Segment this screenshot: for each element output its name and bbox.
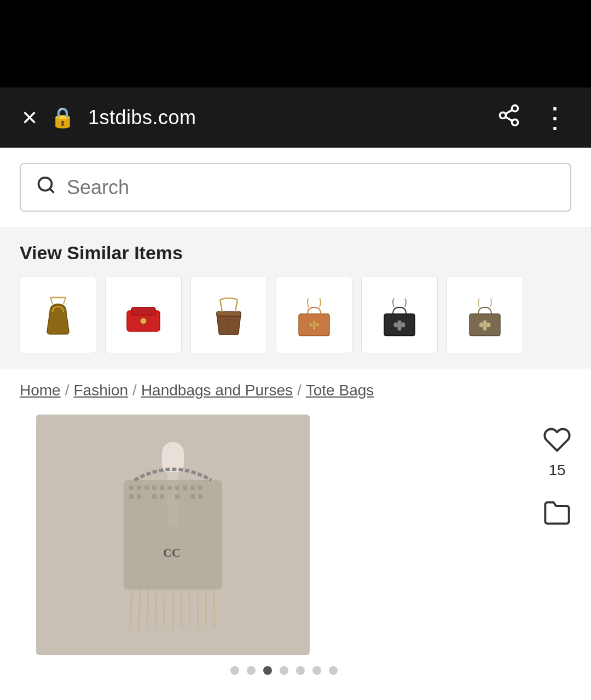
svg-rect-33 [167, 486, 172, 490]
svg-line-3 [506, 116, 513, 120]
image-dots [36, 655, 532, 680]
svg-line-49 [164, 590, 165, 626]
breadcrumb-handbags[interactable]: Handbags and Purses [141, 382, 293, 399]
svg-rect-43 [190, 494, 195, 499]
svg-rect-24 [483, 320, 486, 330]
like-button[interactable]: 15 [543, 425, 571, 479]
svg-line-4 [506, 109, 513, 113]
similar-item-6[interactable] [447, 277, 523, 353]
svg-rect-32 [160, 486, 164, 490]
svg-rect-38 [129, 494, 134, 499]
similar-item-3[interactable] [190, 277, 267, 353]
more-menu-icon[interactable]: ⋮ [541, 101, 569, 134]
dot-3[interactable] [263, 666, 272, 675]
product-image[interactable]: CC [36, 415, 310, 655]
top-black-bar [0, 0, 591, 88]
search-input[interactable] [67, 176, 555, 199]
svg-rect-39 [137, 494, 141, 499]
product-info: Chanel Shopping Resort 2011 Laser Cut Ic… [0, 693, 591, 700]
svg-line-17 [235, 300, 237, 312]
dot-4[interactable] [280, 666, 288, 675]
svg-line-7 [50, 298, 53, 304]
svg-line-55 [214, 590, 215, 628]
svg-line-48 [155, 590, 157, 629]
chrome-right: ⋮ [497, 101, 569, 134]
like-count: 15 [548, 462, 565, 479]
search-icon [36, 175, 56, 200]
svg-rect-22 [398, 320, 401, 330]
content-area: View Similar Items [0, 148, 591, 700]
svg-rect-40 [152, 494, 157, 499]
breadcrumb-fashion[interactable]: Fashion [73, 382, 128, 399]
breadcrumb: Home / Fashion / Handbags and Purses / T… [0, 369, 591, 406]
product-actions: 15 [543, 415, 571, 534]
browser-chrome: × 🔒 1stdibs.com ⋮ [0, 88, 591, 148]
url-bar[interactable]: 1stdibs.com [88, 106, 196, 129]
svg-line-54 [206, 590, 206, 626]
svg-line-53 [198, 590, 198, 629]
svg-rect-15 [217, 312, 241, 316]
dot-1[interactable] [230, 666, 239, 675]
similar-item-1[interactable] [20, 277, 96, 353]
breadcrumb-home[interactable]: Home [20, 382, 61, 399]
svg-rect-11 [131, 307, 155, 315]
svg-text:CC: CC [163, 546, 181, 559]
breadcrumb-sep-3: / [297, 382, 302, 399]
share-icon[interactable] [497, 103, 521, 132]
dot-7[interactable] [329, 666, 338, 675]
svg-line-51 [181, 590, 182, 628]
product-section: CC 15 [0, 406, 591, 693]
close-button[interactable]: × [22, 104, 37, 131]
lock-icon: 🔒 [50, 106, 75, 129]
svg-line-45 [130, 590, 132, 628]
svg-rect-30 [144, 486, 149, 490]
similar-item-5[interactable] [361, 277, 438, 353]
svg-line-16 [220, 300, 222, 312]
svg-line-46 [139, 590, 140, 631]
similar-item-4[interactable] [276, 277, 352, 353]
search-section [0, 148, 591, 227]
search-bar[interactable] [20, 163, 571, 212]
svg-rect-28 [129, 486, 134, 490]
svg-rect-37 [198, 486, 202, 490]
dot-5[interactable] [296, 666, 305, 675]
breadcrumb-sep-1: / [65, 382, 69, 399]
svg-rect-34 [175, 486, 179, 490]
save-button[interactable] [543, 499, 571, 534]
svg-line-47 [147, 590, 148, 627]
svg-line-8 [63, 298, 66, 304]
svg-rect-36 [190, 486, 195, 490]
svg-rect-29 [137, 486, 141, 490]
folder-icon [543, 499, 571, 534]
similar-items-row [20, 277, 571, 353]
svg-rect-20 [312, 320, 316, 330]
svg-rect-42 [175, 494, 179, 499]
svg-rect-31 [152, 486, 157, 490]
heart-icon [543, 425, 571, 458]
product-image-wrap: CC [20, 415, 532, 680]
svg-line-52 [189, 590, 190, 627]
svg-rect-35 [183, 486, 187, 490]
dot-2[interactable] [247, 666, 256, 675]
chrome-left: × 🔒 1stdibs.com [22, 104, 196, 131]
breadcrumb-sep-2: / [132, 382, 137, 399]
breadcrumb-tote-bags[interactable]: Tote Bags [306, 382, 374, 399]
svg-line-6 [50, 189, 54, 192]
similar-item-2[interactable] [105, 277, 182, 353]
svg-rect-41 [160, 494, 164, 499]
similar-items-title: View Similar Items [20, 242, 571, 264]
svg-rect-44 [198, 494, 202, 499]
similar-items-section: View Similar Items [0, 227, 591, 369]
dot-6[interactable] [312, 666, 321, 675]
